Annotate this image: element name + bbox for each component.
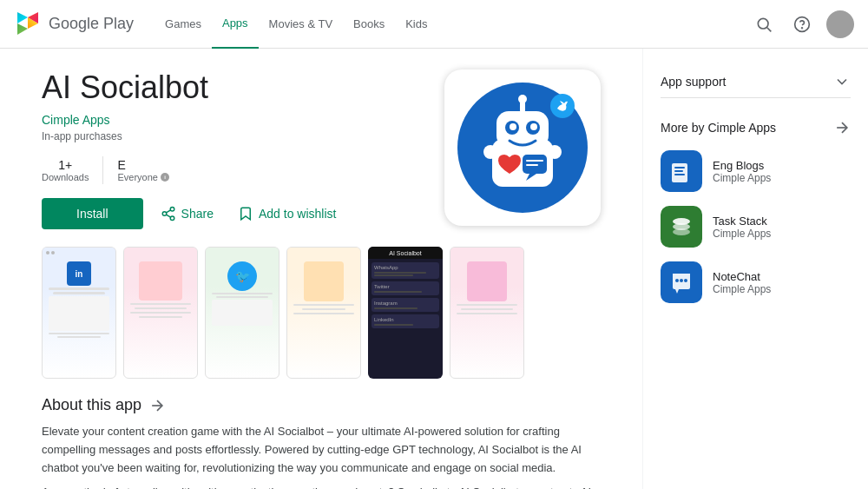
more-by-title: More by Cimple Apps [661, 121, 776, 135]
nav-item-kids[interactable]: Kids [395, 0, 437, 49]
task-stack-info: Task Stack Cimple Apps [713, 215, 771, 240]
svg-rect-27 [526, 160, 543, 162]
svg-point-24 [518, 95, 527, 103]
help-button[interactable] [785, 7, 819, 42]
share-icon [161, 206, 176, 221]
svg-point-5 [758, 18, 768, 29]
bookmark-icon [238, 206, 253, 221]
svg-point-30 [483, 145, 497, 159]
notechat-name: NoteChat [713, 270, 771, 283]
svg-line-14 [166, 215, 170, 217]
app-info: AI Socialbot Cimple Apps In-app purchase… [42, 69, 417, 229]
svg-point-11 [170, 208, 174, 212]
notechat-dev: Cimple Apps [713, 283, 771, 295]
chevron-down-icon [833, 73, 851, 90]
google-play-logo[interactable]: Google Play [14, 10, 134, 38]
app-actions: Install Share Add to wishlist [42, 198, 417, 229]
more-by-arrow-icon[interactable] [833, 119, 851, 136]
eng-blogs-name: Eng Blogs [713, 159, 771, 172]
nav-item-games[interactable]: Games [155, 0, 212, 49]
eng-blogs-dev: Cimple Apps [713, 172, 771, 184]
search-button[interactable] [746, 7, 781, 42]
info-icon: i [160, 172, 170, 182]
svg-line-6 [767, 27, 772, 31]
about-arrow-icon [148, 397, 166, 414]
svg-point-12 [162, 212, 167, 216]
rating-label: Everyone i [117, 172, 169, 182]
about-text-1: Elevate your content creation game with … [42, 423, 601, 477]
about-header: About this app [42, 396, 601, 414]
rating-stat: E Everyone i [117, 158, 169, 182]
downloads-label: Downloads [42, 172, 89, 182]
share-button[interactable]: Share [154, 206, 220, 221]
nav-item-apps[interactable]: Apps [212, 0, 259, 49]
task-stack-dev: Cimple Apps [713, 228, 771, 240]
svg-point-43 [680, 279, 683, 282]
screenshots-section: in [42, 247, 601, 379]
about-text-2: Are you tired of struggling with writing… [42, 484, 601, 489]
svg-rect-36 [674, 170, 683, 172]
task-stack-icon [661, 206, 702, 248]
screenshot-1[interactable]: in [42, 247, 116, 379]
related-app-eng-blogs[interactable]: Eng Blogs Cimple Apps [661, 150, 851, 192]
app-iap: In-app purchases [42, 130, 417, 142]
app-support-header[interactable]: App support [661, 66, 851, 98]
related-app-task-stack[interactable]: Task Stack Cimple Apps [661, 206, 851, 248]
svg-point-13 [170, 216, 174, 221]
downloads-stat: 1+ Downloads [42, 158, 89, 182]
svg-rect-18 [496, 111, 549, 148]
screenshot-5[interactable]: AI Socialbot WhatsApp Twitter Instagram [368, 247, 443, 379]
svg-point-8 [802, 27, 803, 28]
svg-rect-35 [674, 167, 685, 169]
search-icon [755, 16, 773, 33]
app-developer[interactable]: Cimple Apps [42, 113, 417, 127]
svg-rect-28 [526, 164, 538, 166]
task-stack-name: Task Stack [713, 215, 771, 228]
svg-rect-34 [672, 163, 687, 182]
app-icon [453, 78, 592, 217]
related-app-notechat[interactable]: NoteChat Cimple Apps [661, 261, 851, 303]
screenshot-2[interactable] [123, 247, 198, 379]
about-title: About this app [42, 396, 141, 414]
wishlist-button[interactable]: Add to wishlist [231, 206, 343, 221]
help-icon [793, 16, 811, 33]
notechat-icon [661, 261, 702, 303]
svg-marker-41 [675, 289, 679, 294]
eng-blogs-info: Eng Blogs Cimple Apps [713, 159, 771, 184]
rating-badge: E [117, 158, 169, 172]
main-layout: AI Socialbot Cimple Apps In-app purchase… [0, 49, 868, 489]
svg-point-40 [673, 228, 690, 235]
app-icon-container [444, 69, 601, 226]
header-actions [746, 7, 854, 42]
screenshot-3[interactable]: 🐦 [205, 247, 279, 379]
svg-point-22 [530, 123, 537, 130]
eng-blogs-icon [661, 150, 702, 192]
svg-point-31 [548, 145, 562, 159]
svg-point-44 [684, 279, 687, 282]
install-button[interactable]: Install [42, 198, 143, 229]
svg-line-15 [166, 210, 170, 213]
main-nav: Games Apps Movies & TV Books Kids [155, 0, 746, 48]
svg-point-21 [510, 123, 516, 130]
about-section: About this app Elevate your content crea… [42, 396, 601, 489]
screenshot-6[interactable] [450, 247, 524, 379]
screenshot-4[interactable] [286, 247, 361, 379]
more-by-header: More by Cimple Apps [661, 119, 851, 136]
app-title: AI Socialbot [42, 69, 417, 106]
app-stats: 1+ Downloads E Everyone i [42, 156, 417, 184]
svg-rect-37 [674, 174, 685, 175]
notechat-info: NoteChat Cimple Apps [713, 270, 771, 295]
stat-divider [102, 156, 103, 184]
svg-marker-1 [17, 23, 28, 35]
svg-marker-0 [17, 12, 28, 23]
avatar[interactable] [826, 10, 854, 38]
downloads-value: 1+ [42, 158, 89, 172]
play-logo-icon [14, 10, 42, 38]
logo-text: Google Play [49, 15, 134, 33]
nav-item-movies[interactable]: Movies & TV [259, 0, 343, 49]
app-support-title: App support [661, 75, 727, 89]
app-support-section: App support [661, 66, 851, 98]
app-content: AI Socialbot Cimple Apps In-app purchase… [0, 49, 642, 489]
nav-item-books[interactable]: Books [343, 0, 395, 49]
header: Google Play Games Apps Movies & TV Books… [0, 0, 868, 49]
